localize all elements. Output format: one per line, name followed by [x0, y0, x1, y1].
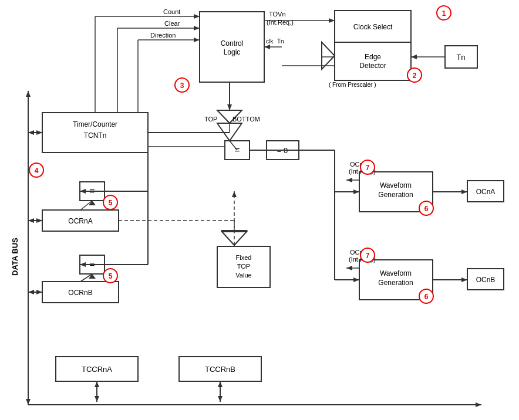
svg-text:Control: Control	[221, 39, 244, 48]
svg-marker-117	[461, 189, 467, 194]
svg-text:OCRnA: OCRnA	[68, 217, 92, 225]
svg-text:Logic: Logic	[224, 48, 241, 56]
svg-text:Detector: Detector	[359, 62, 386, 70]
svg-marker-121	[36, 218, 42, 223]
svg-text:TCCRnA: TCCRnA	[82, 365, 112, 374]
svg-text:OCnA: OCnA	[476, 188, 496, 196]
svg-marker-128	[36, 290, 42, 294]
svg-marker-84	[194, 38, 200, 42]
svg-text:TCCRnB: TCCRnB	[205, 365, 235, 374]
svg-text:Waveform: Waveform	[380, 269, 412, 277]
svg-text:Tn: Tn	[277, 38, 284, 45]
svg-text:3: 3	[180, 82, 184, 90]
svg-marker-16	[322, 42, 335, 69]
svg-text:7: 7	[366, 252, 370, 260]
svg-text:6: 6	[424, 205, 429, 213]
svg-marker-1	[26, 91, 31, 97]
svg-text:TOP: TOP	[204, 116, 217, 123]
svg-marker-55	[95, 381, 99, 387]
svg-text:4: 4	[35, 167, 39, 175]
svg-text:OCRnB: OCRnB	[68, 289, 92, 297]
svg-text:Timer/Counter: Timer/Counter	[73, 120, 117, 128]
svg-text:(Int.Req.): (Int.Req.)	[267, 19, 294, 26]
diagram-container: DATA BUS Control Logic Clock Select Edge…	[0, 0, 519, 420]
svg-text:Waveform: Waveform	[380, 181, 412, 189]
svg-marker-137	[232, 191, 237, 197]
svg-text:OCnB: OCnB	[476, 276, 496, 284]
svg-marker-2	[26, 399, 31, 405]
svg-text:2: 2	[413, 72, 417, 80]
svg-marker-80	[194, 26, 200, 31]
svg-text:Direction: Direction	[150, 32, 176, 39]
svg-marker-122	[28, 218, 34, 223]
svg-marker-4	[476, 402, 481, 407]
svg-text:Count: Count	[163, 8, 180, 15]
svg-marker-129	[28, 290, 34, 294]
svg-marker-111	[346, 178, 352, 182]
svg-text:( From Prescaler ): ( From Prescaler )	[329, 82, 376, 88]
svg-text:Tn: Tn	[456, 53, 465, 62]
svg-text:Generation: Generation	[378, 191, 413, 199]
svg-marker-107	[353, 277, 359, 282]
svg-marker-59	[218, 396, 223, 402]
svg-marker-61	[329, 18, 335, 23]
svg-marker-69	[411, 55, 417, 59]
svg-text:BOTTOM: BOTTOM	[232, 116, 260, 123]
svg-text:6: 6	[424, 293, 429, 301]
svg-marker-134	[227, 104, 232, 110]
diagram-svg: DATA BUS Control Logic Clock Select Edge…	[0, 0, 519, 420]
svg-text:Clear: Clear	[164, 20, 180, 27]
svg-marker-58	[218, 381, 223, 387]
svg-text:TCNTn: TCNTn	[84, 131, 107, 140]
svg-text:DATA BUS: DATA BUS	[11, 238, 19, 276]
svg-text:Edge: Edge	[365, 53, 381, 61]
svg-text:clk: clk	[266, 38, 274, 45]
svg-text:Clock Select: Clock Select	[353, 23, 393, 31]
svg-marker-56	[95, 396, 99, 402]
svg-text:1: 1	[442, 9, 446, 18]
svg-marker-131	[89, 274, 96, 279]
svg-text:Fixed: Fixed	[236, 254, 252, 261]
svg-marker-119	[461, 277, 467, 282]
svg-marker-88	[28, 130, 34, 135]
svg-text:Generation: Generation	[378, 279, 413, 287]
svg-marker-103	[353, 189, 359, 194]
svg-marker-87	[36, 130, 42, 135]
svg-text:5: 5	[109, 272, 113, 280]
svg-marker-65	[264, 45, 270, 49]
svg-text:TOP: TOP	[237, 263, 250, 270]
svg-text:Value: Value	[235, 272, 251, 279]
svg-text:7: 7	[366, 164, 370, 172]
svg-marker-115	[346, 266, 352, 270]
svg-marker-76	[194, 14, 200, 19]
svg-text:TOVn: TOVn	[269, 11, 286, 18]
svg-text:5: 5	[109, 199, 113, 207]
